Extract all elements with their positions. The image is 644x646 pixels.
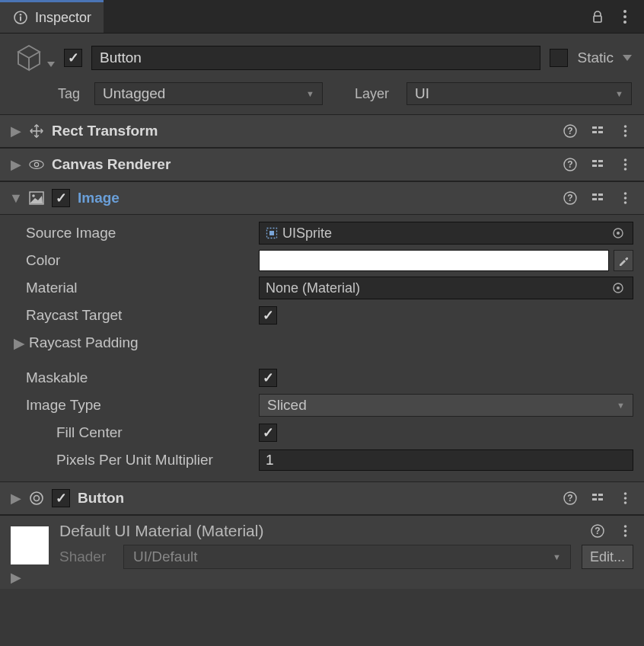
edit-shader-button[interactable]: Edit...: [582, 545, 633, 569]
raycast-padding-foldout[interactable]: ▶: [14, 337, 24, 348]
maskable-checkbox[interactable]: [259, 369, 277, 387]
object-picker-icon[interactable]: [610, 280, 626, 296]
shader-label: Shader: [59, 548, 113, 565]
preset-icon[interactable]: [589, 123, 606, 139]
svg-rect-3: [594, 16, 601, 22]
svg-point-1: [20, 14, 22, 16]
static-dropdown-arrow[interactable]: [623, 55, 632, 62]
preset-icon[interactable]: [589, 490, 606, 507]
gameobject-icon[interactable]: [12, 41, 46, 75]
svg-point-13: [623, 125, 626, 128]
rect-transform-header[interactable]: ▶ Rect Transform ?: [0, 114, 644, 148]
svg-rect-10: [598, 126, 603, 129]
layer-dropdown[interactable]: UI ▼: [406, 82, 632, 105]
svg-point-24: [623, 158, 626, 162]
menu-icon[interactable]: [617, 123, 633, 139]
preset-icon[interactable]: [589, 190, 606, 206]
canvas-renderer-header[interactable]: ▶ Canvas Renderer ?: [0, 148, 644, 181]
sprite-icon: [266, 227, 278, 239]
svg-point-54: [623, 501, 626, 504]
help-icon[interactable]: ?: [562, 190, 579, 206]
source-image-field[interactable]: UISprite: [259, 222, 633, 245]
button-enabled-checkbox[interactable]: [52, 489, 70, 507]
svg-text:?: ?: [567, 159, 572, 170]
color-label: Color: [11, 252, 259, 269]
source-image-value: UISprite: [282, 225, 332, 241]
raycast-target-checkbox[interactable]: [259, 306, 277, 325]
svg-text:?: ?: [567, 193, 572, 203]
info-icon: [12, 9, 29, 26]
ppu-label: Pixels Per Unit Multiplier: [11, 452, 259, 469]
material-field[interactable]: None (Material): [259, 277, 633, 299]
menu-icon[interactable]: [617, 490, 633, 507]
svg-rect-34: [598, 198, 603, 200]
chevron-down-icon: ▼: [306, 89, 314, 98]
image-type-dropdown[interactable]: Sliced ▼: [259, 394, 633, 417]
material-foldout[interactable]: ▶: [11, 572, 21, 583]
foldout-closed-icon[interactable]: ▶: [11, 493, 21, 504]
help-icon[interactable]: ?: [562, 123, 579, 139]
svg-point-43: [617, 286, 620, 289]
svg-text:?: ?: [595, 526, 600, 536]
static-checkbox[interactable]: [550, 49, 568, 67]
svg-rect-49: [598, 494, 603, 496]
fill-center-checkbox[interactable]: [259, 424, 277, 442]
menu-icon[interactable]: [617, 8, 633, 25]
help-icon[interactable]: ?: [589, 523, 606, 539]
tag-value: Untagged: [103, 85, 165, 102]
color-swatch[interactable]: [259, 250, 609, 271]
svg-point-58: [623, 529, 626, 532]
image-component-header[interactable]: ▼ Image ?: [0, 181, 644, 215]
svg-point-35: [623, 192, 626, 195]
layer-label: Layer: [355, 86, 400, 102]
svg-rect-51: [598, 498, 603, 500]
static-label: Static: [577, 50, 614, 66]
shader-dropdown[interactable]: UI/Default ▼: [123, 545, 571, 569]
svg-rect-48: [592, 494, 597, 496]
shader-value: UI/Default: [133, 548, 197, 565]
gameobject-header: Static Tag Untagged ▼ Layer UI ▼: [0, 34, 644, 114]
image-type-value: Sliced: [267, 397, 307, 414]
canvas-renderer-icon: [29, 157, 44, 172]
tab-bar: Inspector: [0, 0, 644, 34]
foldout-closed-icon[interactable]: ▶: [11, 159, 21, 170]
svg-point-14: [623, 130, 626, 133]
svg-text:?: ?: [567, 493, 572, 504]
tag-dropdown[interactable]: Untagged ▼: [94, 82, 323, 105]
menu-icon[interactable]: [617, 523, 633, 539]
image-enabled-checkbox[interactable]: [52, 189, 70, 207]
material-section: Default UI Material (Material) ? Shader …: [0, 515, 644, 589]
lock-icon[interactable]: [589, 8, 606, 25]
help-icon[interactable]: ?: [562, 156, 579, 173]
icon-dropdown-arrow[interactable]: [47, 62, 55, 68]
inspector-tab[interactable]: Inspector: [0, 0, 104, 33]
menu-icon[interactable]: [617, 156, 633, 173]
gameobject-name-input[interactable]: [91, 46, 540, 70]
image-component-title[interactable]: Image: [78, 190, 120, 206]
enabled-checkbox[interactable]: [64, 49, 82, 67]
fill-center-label: Fill Center: [11, 424, 259, 441]
help-icon[interactable]: ?: [562, 490, 579, 507]
eyedropper-button[interactable]: [614, 250, 633, 271]
material-preview[interactable]: [11, 526, 49, 564]
svg-rect-33: [592, 198, 597, 200]
svg-point-28: [32, 194, 35, 197]
rect-transform-title: Rect Transform: [52, 123, 158, 139]
object-picker-icon[interactable]: [610, 225, 626, 241]
svg-point-57: [623, 525, 626, 528]
foldout-open-icon[interactable]: ▼: [11, 193, 21, 203]
svg-rect-32: [598, 193, 603, 196]
button-component-header[interactable]: ▶ Button ?: [0, 481, 644, 515]
ppu-input[interactable]: [259, 449, 633, 471]
svg-point-16: [30, 161, 43, 169]
layer-value: UI: [415, 85, 429, 102]
chevron-down-icon: ▼: [617, 401, 625, 410]
svg-point-44: [30, 492, 43, 504]
svg-rect-2: [20, 17, 21, 21]
menu-icon[interactable]: [617, 190, 633, 206]
preset-icon[interactable]: [589, 156, 606, 173]
svg-rect-12: [598, 131, 603, 133]
foldout-closed-icon[interactable]: ▶: [11, 126, 21, 136]
svg-point-36: [623, 197, 626, 200]
svg-point-37: [623, 201, 626, 204]
